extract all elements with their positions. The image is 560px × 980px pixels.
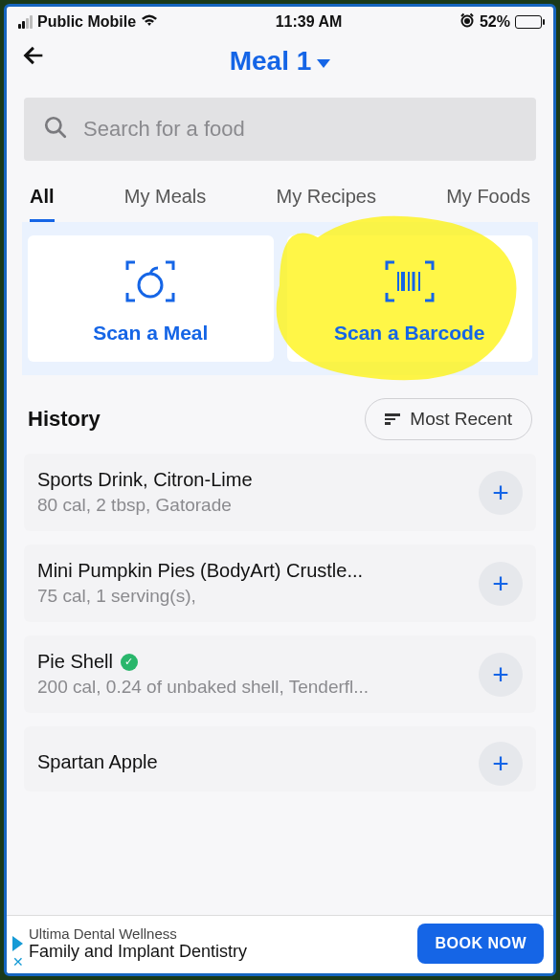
back-button[interactable] [20, 42, 47, 76]
search-input[interactable]: Search for a food [24, 98, 536, 161]
food-name: Pie Shell [37, 651, 113, 673]
scan-meal-icon [122, 256, 179, 306]
search-placeholder: Search for a food [83, 117, 245, 142]
scan-meal-label: Scan a Meal [93, 322, 208, 345]
verified-icon: ✓ [121, 654, 138, 671]
food-meta: 80 cal, 2 tbsp, Gatorade [37, 495, 469, 516]
wifi-icon [141, 13, 158, 31]
ad-line1: Ultima Dental Wellness [29, 925, 417, 942]
status-bar: Public Mobile 11:39 AM 52% [7, 7, 553, 33]
status-right: 52% [459, 12, 542, 31]
chevron-down-icon [317, 59, 330, 68]
scan-barcode-icon [381, 256, 438, 306]
list-item[interactable]: Mini Pumpkin Pies (BodyArt) Crustle... 7… [24, 545, 536, 622]
status-left: Public Mobile [18, 13, 158, 31]
search-icon [43, 115, 68, 144]
ad-banner[interactable]: ✕ Ultima Dental Wellness Family and Impl… [7, 915, 553, 973]
scan-row: Scan a Meal Scan a Barcode [22, 222, 538, 375]
tab-my-meals[interactable]: My Meals [124, 186, 207, 222]
tabs: All My Meals My Recipes My Foods [24, 170, 536, 222]
ad-text: Ultima Dental Wellness Family and Implan… [25, 925, 417, 962]
ad-line2: Family and Implant Dentistry [29, 942, 417, 962]
page-title: Meal 1 [230, 46, 312, 77]
food-meta: 200 cal, 0.24 of unbaked shell, Tenderfl… [37, 677, 469, 698]
add-button[interactable]: + [479, 653, 523, 697]
tab-all[interactable]: All [30, 186, 55, 222]
page-title-dropdown[interactable]: Meal 1 [230, 46, 331, 77]
battery-pct: 52% [480, 13, 510, 31]
add-button[interactable]: + [479, 742, 523, 786]
alarm-icon [459, 12, 475, 31]
sort-label: Most Recent [410, 409, 512, 430]
svg-point-4 [139, 274, 162, 297]
ad-cta-button[interactable]: BOOK NOW [417, 924, 544, 964]
history-title: History [28, 407, 101, 432]
add-button[interactable]: + [479, 471, 523, 515]
tab-my-foods[interactable]: My Foods [446, 186, 530, 222]
status-time: 11:39 AM [276, 13, 343, 31]
sort-icon [385, 413, 400, 425]
food-name: Sports Drink, Citron-Lime [37, 469, 253, 491]
list-item[interactable]: Sports Drink, Citron-Lime 80 cal, 2 tbsp… [24, 454, 536, 531]
scan-meal-button[interactable]: Scan a Meal [28, 235, 274, 362]
scan-barcode-label: Scan a Barcode [334, 322, 485, 345]
food-name: Spartan Apple [37, 751, 158, 773]
ad-play-icon [12, 936, 23, 951]
tab-my-recipes[interactable]: My Recipes [277, 186, 376, 222]
list-item[interactable]: Spartan Apple + [24, 726, 536, 791]
history-header: History Most Recent [24, 381, 536, 454]
food-meta: 75 cal, 1 serving(s), [37, 586, 469, 607]
svg-point-1 [464, 18, 470, 24]
svg-line-3 [58, 130, 65, 137]
battery-icon [515, 15, 542, 29]
food-name: Mini Pumpkin Pies (BodyArt) Crustle... [37, 560, 363, 582]
sort-button[interactable]: Most Recent [365, 398, 532, 440]
signal-icon [18, 15, 33, 29]
history-list: Sports Drink, Citron-Lime 80 cal, 2 tbsp… [24, 454, 536, 795]
scan-barcode-button[interactable]: Scan a Barcode [287, 235, 533, 362]
carrier-label: Public Mobile [37, 13, 136, 31]
ad-close-icon[interactable]: ✕ [12, 954, 24, 969]
list-item[interactable]: Pie Shell ✓ 200 cal, 0.24 of unbaked she… [24, 635, 536, 713]
add-button[interactable]: + [479, 562, 523, 606]
header: Meal 1 [7, 33, 553, 94]
